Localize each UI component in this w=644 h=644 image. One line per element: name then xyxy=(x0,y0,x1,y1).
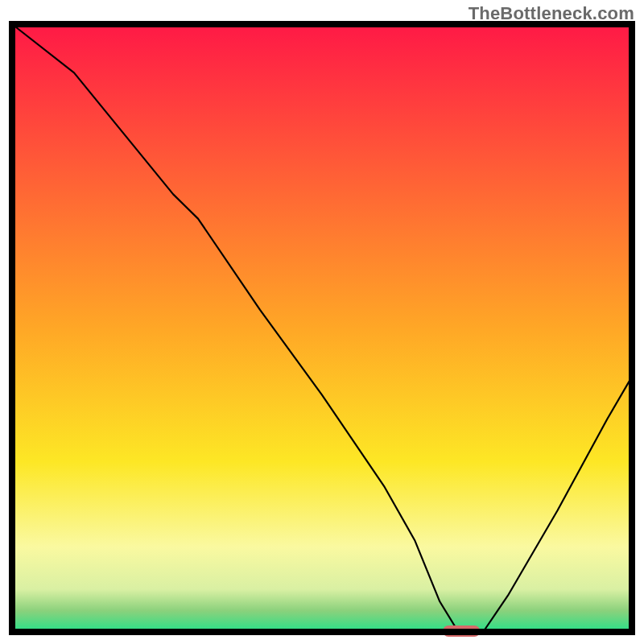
watermark-text: TheBottleneck.com xyxy=(469,3,634,24)
chart-frame: TheBottleneck.com xyxy=(0,0,644,644)
chart-svg xyxy=(0,0,644,644)
